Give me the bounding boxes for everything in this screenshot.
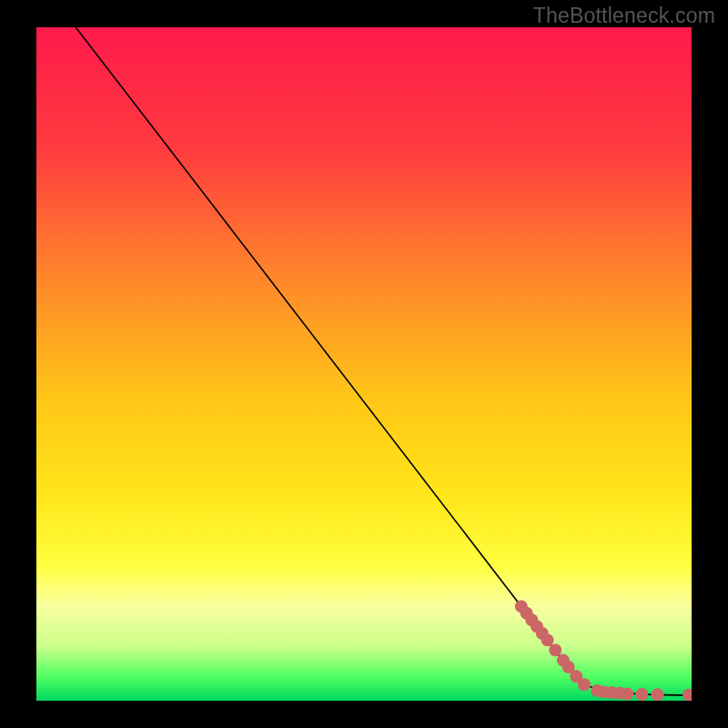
data-marker [541,633,554,646]
data-marker [652,688,664,701]
data-marker [635,688,648,701]
plot-background [36,27,692,701]
heat-gradient-plot [36,27,692,701]
data-marker [621,688,633,701]
data-marker [578,678,591,691]
chart-frame: TheBottleneck.com [0,0,728,728]
watermark-text: TheBottleneck.com [533,4,715,28]
data-marker [549,644,561,657]
